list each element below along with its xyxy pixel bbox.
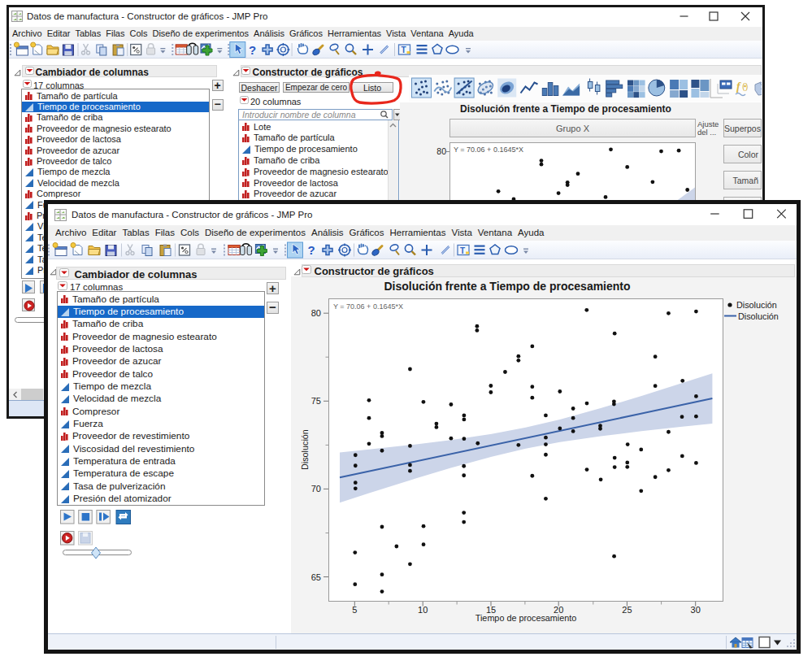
svg-text:?: ?	[307, 243, 315, 257]
svg-text:f: f	[736, 80, 741, 93]
svg-text:75: 75	[311, 396, 321, 406]
svg-text:?: ?	[249, 43, 256, 57]
svg-text:70: 70	[311, 484, 321, 494]
svg-text:Disolución: Disolución	[738, 311, 779, 321]
svg-text:Disolución: Disolución	[736, 300, 777, 310]
svg-text:T: T	[460, 246, 465, 254]
svg-text:80: 80	[311, 308, 321, 318]
svg-text:T: T	[401, 46, 406, 54]
svg-text:65: 65	[311, 572, 321, 581]
